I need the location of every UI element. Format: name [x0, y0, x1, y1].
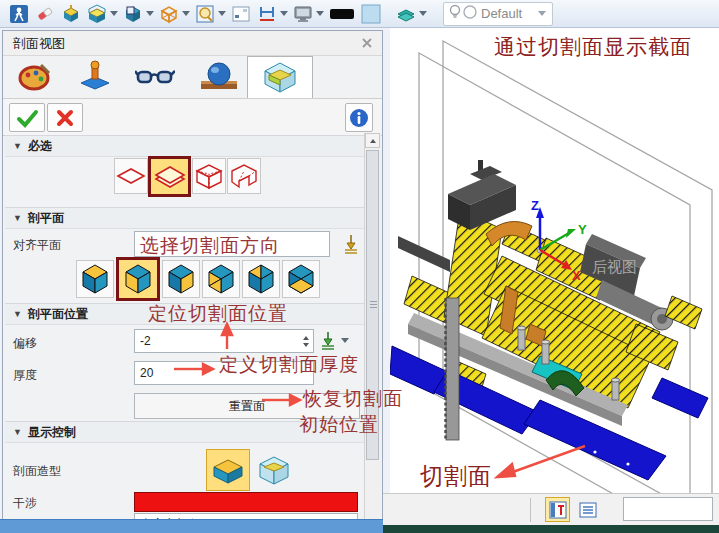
zoom-doc-dropdown[interactable] [218, 11, 226, 16]
axis-z-label: Z [531, 198, 539, 213]
walkthrough-icon[interactable] [9, 4, 29, 24]
blue-swatch[interactable] [361, 4, 381, 24]
dialog-tabs [3, 55, 382, 98]
cut-type-slab[interactable] [148, 156, 191, 197]
align-cube-back-top[interactable] [242, 260, 280, 298]
tab-sphere[interactable] [199, 59, 235, 95]
dimension-icon[interactable] [257, 4, 277, 24]
status-bar [383, 493, 719, 526]
align-cube-back-left[interactable] [202, 260, 240, 298]
section-box-dropdown[interactable] [110, 11, 118, 16]
annotation-define-thickness: 定义切割面厚度 [219, 352, 359, 378]
taskbar-green-strip [383, 525, 719, 533]
back-view-label: 后视图 [592, 258, 637, 275]
align-plane-label: 对齐平面 [13, 237, 61, 254]
box-pin-icon[interactable] [61, 4, 81, 24]
model-assembly[interactable] [390, 160, 708, 480]
black-swatch[interactable] [329, 4, 355, 24]
thumb-grip [370, 301, 377, 302]
offset-label: 偏移 [13, 335, 37, 352]
annotation-cutting-plane: 切割面 [420, 461, 492, 492]
panel-scrollbar[interactable] [364, 133, 381, 532]
dialog-titlebar[interactable]: 剖面视图 [3, 31, 382, 56]
align-cube-top[interactable] [76, 260, 114, 298]
toggle-dialog-button[interactable] [545, 497, 570, 522]
annotation-show-section: 通过切割面显示截面 [494, 33, 692, 61]
collapse-icon: ▼ [13, 309, 22, 319]
align-cube-right[interactable] [162, 260, 200, 298]
box-badge-dropdown[interactable] [146, 11, 154, 16]
taskbar-strip [0, 519, 390, 533]
interference-color-swatch[interactable] [134, 492, 358, 512]
tab-section-box[interactable] [261, 59, 297, 95]
lightbulb-icon [448, 4, 462, 23]
annotation-restore-line2: 初始位置 [299, 412, 379, 438]
viewport-frame-icon[interactable] [231, 4, 251, 24]
monitor-icon[interactable] [293, 4, 313, 24]
check-icon [14, 107, 40, 129]
layers-icon[interactable] [396, 4, 416, 24]
section-required-header[interactable]: ▼ 必选 [5, 135, 367, 157]
align-cube-bottom[interactable] [282, 260, 320, 298]
section-plane-header[interactable]: ▼ 剖平面 [5, 207, 367, 229]
section-box-icon[interactable] [87, 4, 107, 24]
box-badge-icon[interactable] [123, 4, 143, 24]
close-icon[interactable] [360, 36, 374, 50]
align-cube-left[interactable] [116, 257, 160, 301]
axis-x-label: X [572, 268, 581, 283]
light-config-value: Default [481, 6, 538, 21]
section-required-label: 必选 [28, 138, 52, 155]
monitor-dropdown[interactable] [316, 11, 324, 16]
section-style-label: 剖面造型 [13, 463, 61, 480]
offset-options-caret[interactable] [341, 338, 349, 343]
offset-spinner[interactable] [299, 331, 312, 351]
viewport[interactable]: 前视图 [390, 28, 719, 493]
style-solid-cut[interactable] [206, 449, 250, 491]
list-icon [579, 501, 597, 519]
scroll-up-icon [370, 139, 376, 143]
wire-cube-dropdown[interactable] [182, 11, 190, 16]
dimension-dropdown[interactable] [280, 11, 288, 16]
offset-input[interactable] [134, 329, 314, 353]
wire-cube-icon[interactable] [159, 4, 179, 24]
annotation-select-direction: 选择切割面方向 [140, 233, 280, 259]
info-button[interactable] [345, 103, 373, 132]
section-position-label: 剖平面位置 [28, 306, 88, 323]
tab-glasses[interactable] [135, 59, 171, 95]
dialog-title: 剖面视图 [13, 35, 65, 53]
status-input[interactable] [623, 497, 713, 521]
cut-type-plane[interactable] [114, 158, 148, 194]
interference-label: 干涉 [13, 495, 37, 512]
statusbar-separator [530, 498, 531, 522]
tab-palette[interactable] [17, 59, 53, 95]
collapse-icon: ▼ [13, 427, 22, 437]
main-toolbar: Default [0, 0, 719, 28]
brush-icon[interactable] [35, 4, 55, 24]
command-row [3, 98, 382, 136]
cut-type-box[interactable] [192, 158, 226, 194]
pick-direction-icon[interactable] [341, 233, 361, 258]
scroll-up-button[interactable] [365, 133, 380, 148]
section-display-label: 显示控制 [28, 424, 76, 441]
annotation-restore-line1: 恢复切割面 [303, 386, 403, 412]
layers-dropdown[interactable] [419, 11, 427, 16]
cancel-button[interactable] [47, 103, 83, 132]
viewport-canvas[interactable]: 前视图 [390, 28, 719, 493]
collapse-icon: ▼ [13, 213, 22, 223]
annotation-position-plane: 定位切割面位置 [148, 301, 288, 327]
cut-type-corner[interactable] [227, 158, 261, 194]
zoom-doc-icon[interactable] [195, 4, 215, 24]
list-view-button[interactable] [575, 497, 600, 522]
ok-button[interactable] [9, 103, 45, 132]
thickness-label: 厚度 [13, 367, 37, 384]
collapse-icon: ▼ [13, 141, 22, 151]
app-window: Default 前视图 [0, 0, 719, 533]
style-transparent-box[interactable] [254, 452, 294, 488]
light-config-combo[interactable]: Default [443, 2, 553, 26]
section-plane-label: 剖平面 [28, 210, 64, 227]
combo-caret-icon [538, 11, 546, 16]
sphere-light-icon [462, 4, 478, 23]
tab-stamp[interactable] [77, 59, 113, 95]
info-icon [349, 108, 369, 128]
reset-plane-label: 重置面 [229, 398, 265, 415]
